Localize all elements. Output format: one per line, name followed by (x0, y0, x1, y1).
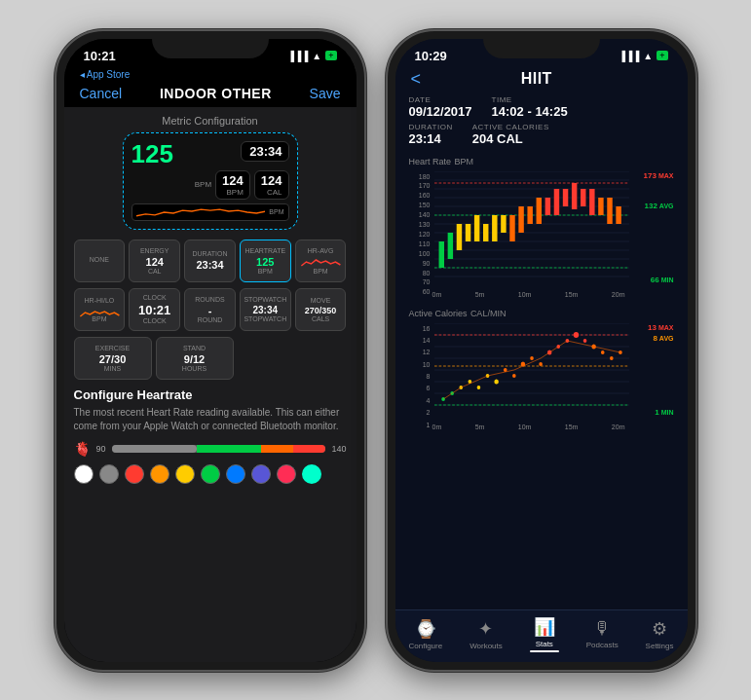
metric-rounds[interactable]: ROUNDS - ROUND (184, 288, 236, 331)
cancel-button[interactable]: Cancel (80, 86, 123, 101)
metric-energy[interactable]: ENERGY 124 CAL (129, 239, 180, 282)
metric-hr-hilo[interactable]: HR-HI/LO BPM (74, 288, 126, 331)
metric-none[interactable]: NONE (74, 239, 126, 282)
svg-point-63 (573, 332, 578, 338)
tab-stats-underline (530, 650, 559, 652)
wifi-icon: ▲ (312, 51, 321, 61)
color-dot-green[interactable] (201, 464, 220, 484)
tab-podcasts[interactable]: 🎙 Podcasts (586, 618, 619, 649)
podcasts-icon: 🎙 (593, 618, 611, 639)
color-dot-gray[interactable] (99, 464, 119, 484)
cal-label: ACTIVE CALORIES (472, 123, 549, 131)
wifi-icon-2: ▲ (643, 51, 653, 61)
status-icons-2: ▐▐▐ ▲ + (619, 51, 667, 61)
cal-value-badges: 13 MAX 8 AVG 1 MIN (648, 323, 673, 417)
cal-avg-value: 8 (653, 334, 657, 343)
hr-value-badges: 173 MAX 132 AVG 66 MIN (644, 171, 674, 284)
workouts-icon: ✦ (478, 618, 493, 640)
phone-1: 10:21 ▐▐▐ ▲ + ◂ App Store Cancel INDOOR … (55, 29, 366, 672)
color-dot-pink[interactable] (277, 464, 296, 484)
hr-slider[interactable] (112, 445, 326, 453)
svg-point-67 (610, 356, 614, 360)
metric-move[interactable]: MOVE 270/350 CALS (295, 288, 347, 331)
svg-rect-17 (447, 233, 452, 259)
tab-workouts[interactable]: ✦ Workouts (469, 618, 503, 650)
color-dot-teal[interactable] (302, 464, 321, 484)
metric-clock[interactable]: CLOCK 10:21 CLOCK (129, 288, 180, 331)
meta-date: DATE 09/12/2017 (409, 95, 472, 119)
back-button[interactable]: < (411, 69, 422, 90)
phone-1-screen: 10:21 ▐▐▐ ▲ + ◂ App Store Cancel INDOOR … (64, 39, 357, 662)
hr-avg-label: AVG (659, 203, 674, 209)
svg-rect-19 (465, 224, 469, 241)
hr-x-labels: 0m 5m 10m 15m 20m (432, 291, 625, 298)
color-dot-white[interactable] (74, 464, 94, 484)
metric-duration-value: 23:34 (247, 144, 282, 159)
hr-chart-title: Heart Rate BPM (409, 154, 674, 167)
meta-duration: DURATION 23:14 (409, 123, 453, 146)
config-desc: The most recent Heart Rate reading avail… (74, 406, 347, 433)
color-dot-yellow[interactable] (175, 464, 195, 484)
metric-duration[interactable]: DURATION 23:34 (184, 239, 236, 282)
tab-stats[interactable]: 📊 Stats (530, 616, 559, 652)
battery-icon-2: + (657, 51, 667, 60)
phone-2-screen: 10:29 ▐▐▐ ▲ + < HIIT DATE 09/12/2017 TIM… (395, 39, 688, 662)
color-dot-red[interactable] (125, 464, 144, 484)
meta-row-2: DURATION 23:14 ACTIVE CALORIES 204 CAL (409, 123, 674, 146)
cal-chart-title: Active Calories CAL/MIN (409, 306, 674, 319)
metric-stopwatch[interactable]: STOPWATCH 23:34 STOPWATCH (240, 288, 291, 331)
svg-rect-30 (562, 189, 567, 206)
svg-rect-16 (438, 241, 443, 268)
color-dot-blue[interactable] (226, 464, 245, 484)
phone-notch (152, 31, 269, 58)
tab-podcasts-label: Podcasts (586, 641, 619, 649)
meta-cal: ACTIVE CALORIES 204 CAL (472, 123, 549, 146)
app-store-bar[interactable]: ◂ App Store (64, 67, 357, 82)
signal-icon-2: ▐▐▐ (619, 51, 639, 61)
metric-cal-label: CAL (261, 188, 282, 197)
status-time-1: 10:21 (84, 49, 116, 63)
tab-stats-label: Stats (536, 640, 553, 648)
metric-exercise[interactable]: EXERCISE 27/30 MINS (74, 337, 152, 380)
metric-stand[interactable]: STAND 9/12 HOURS (156, 337, 234, 380)
slider-min-label: 90 (96, 444, 106, 454)
svg-point-56 (512, 374, 516, 378)
app-store-back[interactable]: ◂ App Store (80, 69, 131, 80)
svg-rect-21 (483, 224, 488, 241)
color-dot-purple[interactable] (251, 464, 271, 484)
cal-max-value: 13 (648, 323, 657, 332)
phone-2: 10:29 ▐▐▐ ▲ + < HIIT DATE 09/12/2017 TIM… (386, 29, 697, 672)
bpm-label-left: BPM (195, 180, 211, 189)
svg-point-54 (494, 379, 499, 384)
cal-min-value: 1 (655, 408, 658, 417)
tab-configure[interactable]: ⌚ Configure (408, 618, 442, 650)
time-label: TIME (492, 95, 568, 104)
date-label: DATE (409, 95, 472, 104)
nav-bar-2: < HIIT (395, 67, 688, 95)
cal-value: 204 CAL (472, 131, 549, 146)
hr-max-value: 173 (644, 171, 657, 180)
save-button[interactable]: Save (310, 86, 341, 101)
svg-rect-24 (509, 215, 514, 241)
p2-scroll-content: DATE 09/12/2017 TIME 14:02 - 14:25 DURAT… (395, 95, 688, 609)
metric-hr-avg[interactable]: HR-AVG BPM (295, 239, 347, 282)
svg-rect-34 (598, 198, 603, 215)
svg-rect-18 (456, 224, 461, 250)
metric-heartrate[interactable]: HEARTRATE 125 BPM (240, 239, 291, 282)
svg-rect-33 (589, 189, 594, 215)
svg-rect-28 (544, 198, 549, 215)
svg-rect-25 (518, 206, 523, 233)
metric-display: 125 23:34 BPM 124 BPM 124 CAL (123, 132, 298, 230)
svg-rect-36 (616, 206, 620, 224)
svg-point-64 (582, 339, 586, 343)
nav-title-2: HIIT (521, 70, 552, 88)
signal-icon: ▐▐▐ (287, 51, 308, 61)
heart-icon: 🫀 (74, 441, 91, 457)
status-time-2: 10:29 (415, 49, 447, 63)
metrics-row-1: NONE ENERGY 124 CAL DURATION 23:34 HEART… (74, 239, 347, 282)
svg-rect-35 (607, 198, 612, 224)
svg-point-59 (539, 362, 543, 366)
nav-title-1: INDOOR OTHER (160, 86, 272, 101)
tab-settings[interactable]: ⚙ Settings (646, 618, 674, 650)
color-dot-orange[interactable] (150, 464, 169, 484)
